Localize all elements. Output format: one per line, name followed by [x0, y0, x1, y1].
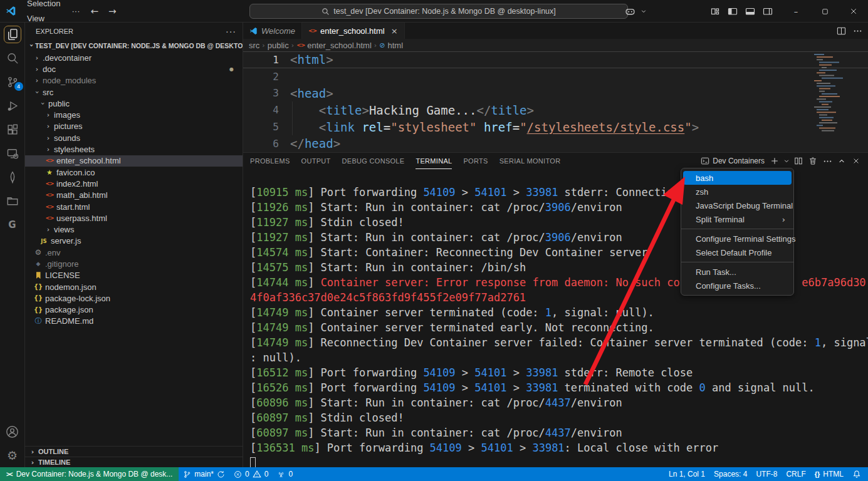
dropdown-item-javascript-debug-terminal[interactable]: JavaScript Debug Terminal — [683, 199, 792, 212]
timeline-section[interactable]: › TIMELINE — [25, 457, 243, 467]
copilot-chevron-icon[interactable] — [639, 3, 649, 20]
code-editor[interactable]: 1<html>23<head>4 <title>Hacking Game...<… — [243, 51, 868, 152]
code-line: 4 <title>Hacking Game...</title> — [243, 101, 868, 118]
dropdown-item-configure-terminal-settings[interactable]: Configure Terminal Settings — [683, 232, 792, 246]
activity-gitlens[interactable]: G — [0, 213, 25, 237]
toggle-secondary-sidebar-icon[interactable] — [759, 3, 776, 20]
activity-remote-explorer[interactable] — [0, 142, 25, 165]
launch-profile-chevron-icon[interactable] — [782, 154, 791, 168]
split-editor-icon[interactable] — [834, 24, 848, 38]
tree-item-sounds[interactable]: ›sounds — [25, 132, 243, 143]
outline-section[interactable]: › OUTLINE — [25, 446, 243, 457]
close-tab-icon[interactable]: × — [391, 26, 398, 36]
dropdown-item-run-task[interactable]: Run Task... — [683, 265, 792, 279]
branch-status[interactable]: main* — [179, 467, 229, 481]
activity-folder-explorer[interactable] — [0, 189, 25, 213]
tree-item-package-json[interactable]: {}package.json — [25, 304, 243, 316]
encoding[interactable]: UTF-8 — [751, 467, 782, 481]
folder-icon — [4, 193, 21, 209]
toggle-panel-icon[interactable] — [741, 3, 759, 20]
code-text: <head> — [279, 86, 333, 100]
tree-item-start-html[interactable]: <>start.html — [25, 201, 243, 212]
dropdown-item-bash[interactable]: bash — [683, 171, 792, 185]
minimap[interactable] — [813, 53, 850, 133]
tree-item-images[interactable]: ›images — [25, 109, 243, 120]
panel-tab-debug-console[interactable]: DEBUG CONSOLE — [342, 153, 405, 169]
tree-item-favicon-ico[interactable]: ★favicon.ico — [25, 167, 243, 178]
forward-icon[interactable]: → — [103, 6, 122, 17]
tree-item-stylesheets[interactable]: ›stylesheets — [25, 143, 243, 155]
back-icon[interactable]: ← — [85, 6, 103, 17]
kill-terminal-icon[interactable] — [806, 154, 820, 168]
tree-item-pictures[interactable]: ›pictures — [25, 121, 243, 132]
tree-item-readme-md[interactable]: ⓘREADME.md — [25, 316, 243, 327]
maximize-button[interactable] — [810, 0, 839, 23]
tree-root-folder[interactable]: › TEST_DEV [DEV CONTAINER: NODE.JS & MON… — [25, 39, 243, 51]
customize-layout-icon[interactable] — [706, 3, 724, 20]
breadcrumb-src[interactable]: src — [249, 41, 259, 50]
breadcrumb-symbol[interactable]: html — [387, 41, 403, 50]
more-actions-icon[interactable] — [850, 24, 864, 38]
explorer-more-actions-icon[interactable]: ··· — [226, 26, 236, 36]
tree-item-enter-school-html[interactable]: <>enter_school.html — [25, 155, 243, 167]
copilot-icon[interactable] — [621, 3, 639, 20]
activity-explorer[interactable] — [0, 23, 25, 46]
language-mode[interactable]: {} HTML — [810, 467, 848, 481]
breadcrumb-public[interactable]: public — [268, 41, 289, 50]
problems-status[interactable]: 0 0 — [229, 467, 273, 481]
breadcrumb-file[interactable]: enter_school.html — [307, 41, 372, 50]
tree-item-src[interactable]: ›src — [25, 86, 243, 98]
tree-item-gitignore[interactable]: ◆.gitignore — [25, 258, 243, 269]
source-control-badge: 4 — [14, 82, 23, 91]
dropdown-item-split-terminal[interactable]: Split Terminal› — [683, 212, 792, 226]
activity-settings[interactable]: ⚙ — [0, 443, 25, 467]
tree-item-math-abi-html[interactable]: <>math_abi.html — [25, 190, 243, 201]
panel-tab-ports[interactable]: PORTS — [463, 153, 488, 169]
activity-source-control[interactable]: 4 — [0, 70, 25, 94]
activity-run-debug[interactable] — [0, 94, 25, 118]
remote-indicator[interactable]: >< Dev Container: Node.js & Mongo DB @ d… — [0, 467, 179, 481]
tab-welcome[interactable]: Welcome — [243, 23, 302, 39]
notifications[interactable] — [848, 467, 865, 481]
dropdown-item-configure-tasks[interactable]: Configure Tasks... — [683, 279, 792, 292]
tree-item-node-modules[interactable]: ›node_modules — [25, 75, 243, 86]
activity-extensions[interactable] — [0, 118, 25, 142]
panel-tab-output[interactable]: OUTPUT — [301, 153, 331, 169]
tree-item-env[interactable]: ⚙.env — [25, 247, 243, 258]
menu-selection[interactable]: Selection — [21, 0, 66, 11]
panel-more-actions-icon[interactable] — [820, 154, 834, 168]
eol-sequence[interactable]: CRLF — [782, 467, 810, 481]
ports-status[interactable]: 0 — [273, 467, 297, 481]
panel-tab-problems[interactable]: PROBLEMS — [250, 153, 290, 169]
tree-item-public[interactable]: ›public — [25, 98, 243, 109]
dropdown-item-zsh[interactable]: zsh — [683, 185, 792, 199]
activity-search[interactable] — [0, 46, 25, 70]
tree-item-views[interactable]: ›views — [25, 224, 243, 235]
minimize-button[interactable]: – — [782, 0, 810, 23]
new-terminal-icon[interactable] — [768, 154, 782, 168]
close-window-button[interactable] — [839, 0, 868, 23]
dropdown-item-select-default-profile[interactable]: Select Default Profile — [683, 246, 792, 259]
menu-more[interactable]: ··· — [66, 4, 85, 19]
tree-item-server-js[interactable]: JSserver.js — [25, 235, 243, 247]
tree-item-devcontainer[interactable]: ›.devcontainer — [25, 52, 243, 63]
tab-enter-school-html[interactable]: <> enter_school.html × — [302, 23, 405, 39]
indentation[interactable]: Spaces: 4 — [709, 467, 751, 481]
close-panel-icon[interactable] — [849, 154, 863, 168]
activity-mongodb[interactable] — [0, 165, 25, 189]
panel-tab-serial-monitor[interactable]: SERIAL MONITOR — [499, 153, 561, 169]
tree-item-package-lock-json[interactable]: {}package-lock.json — [25, 292, 243, 304]
maximize-panel-icon[interactable] — [835, 154, 849, 168]
toggle-primary-sidebar-icon[interactable] — [724, 3, 741, 20]
tree-item-license[interactable]: LICENSE — [25, 270, 243, 281]
code-text: <html> — [279, 53, 333, 66]
tree-item-index2-html[interactable]: <>index2.html — [25, 178, 243, 189]
tree-item-nodemon-json[interactable]: {}nodemon.json — [25, 281, 243, 292]
command-center-search[interactable]: test_dev [Dev Container: Node.js & Mongo… — [249, 4, 628, 19]
tree-item-doc[interactable]: ›doc● — [25, 63, 243, 75]
panel-tab-terminal[interactable]: TERMINAL — [416, 153, 452, 169]
tree-item-userpass-html[interactable]: <>userpass.html — [25, 212, 243, 224]
cursor-position[interactable]: Ln 1, Col 1 — [664, 467, 709, 481]
activity-account[interactable] — [0, 420, 25, 443]
split-terminal-icon[interactable] — [792, 154, 805, 168]
